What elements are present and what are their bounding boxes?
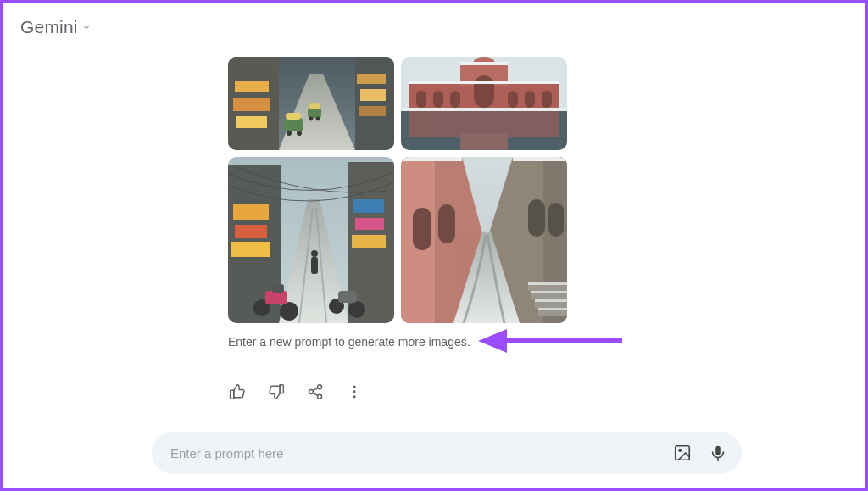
thumbs-down-icon[interactable]	[267, 382, 286, 401]
model-selector[interactable]: Gemini	[20, 17, 92, 37]
share-icon[interactable]	[306, 382, 325, 401]
svg-point-86	[353, 395, 355, 398]
svg-line-82	[313, 388, 318, 391]
microphone-icon[interactable]	[708, 443, 728, 463]
generated-image-3[interactable]	[228, 157, 394, 323]
prompt-input[interactable]	[170, 446, 662, 460]
response-actions	[228, 382, 593, 401]
svg-rect-55	[228, 157, 394, 323]
svg-point-84	[353, 386, 355, 388]
svg-rect-76	[401, 157, 567, 323]
svg-rect-18	[228, 57, 394, 150]
svg-rect-91	[715, 446, 721, 455]
svg-point-90	[678, 449, 682, 452]
prompt-bar	[152, 432, 742, 474]
svg-rect-78	[280, 385, 283, 393]
generated-image-1[interactable]	[228, 57, 394, 150]
image-upload-icon[interactable]	[672, 443, 693, 463]
svg-rect-89	[676, 446, 690, 460]
svg-rect-77	[231, 390, 234, 399]
app-title: Gemini	[20, 17, 78, 37]
response-block: Enter a new prompt to generate more imag…	[228, 57, 593, 401]
svg-line-83	[313, 393, 318, 396]
generated-image-4[interactable]	[401, 157, 567, 323]
more-icon[interactable]	[345, 382, 364, 401]
generated-image-2[interactable]	[401, 57, 567, 150]
svg-rect-35	[401, 57, 567, 150]
svg-point-85	[353, 390, 355, 393]
thumbs-up-icon[interactable]	[228, 382, 247, 401]
response-caption: Enter a new prompt to generate more imag…	[228, 335, 470, 349]
generated-image-grid	[228, 57, 593, 323]
caret-down-icon	[81, 22, 92, 32]
